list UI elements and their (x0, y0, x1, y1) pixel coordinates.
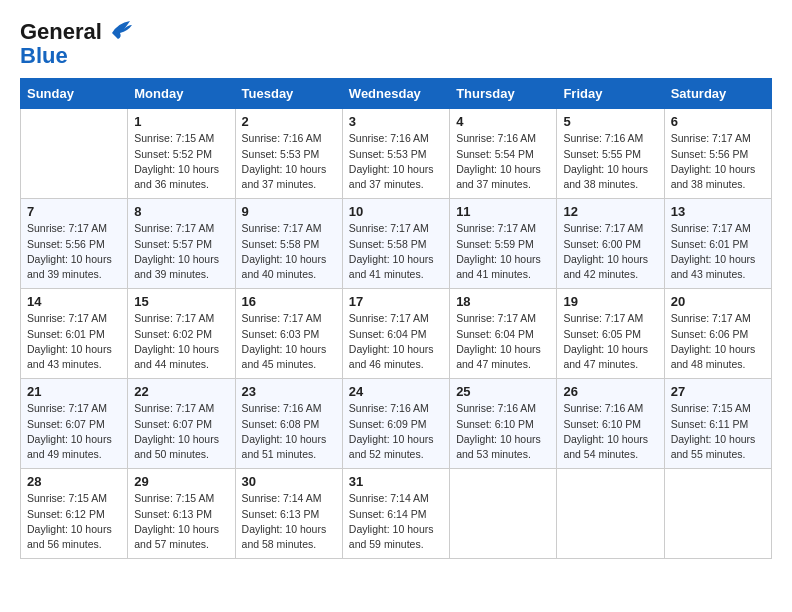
day-number: 4 (456, 114, 550, 129)
day-number: 31 (349, 474, 443, 489)
day-info: Sunrise: 7:17 AMSunset: 6:01 PMDaylight:… (27, 311, 121, 372)
calendar-cell: 14Sunrise: 7:17 AMSunset: 6:01 PMDayligh… (21, 289, 128, 379)
day-number: 21 (27, 384, 121, 399)
day-number: 1 (134, 114, 228, 129)
calendar-cell (557, 469, 664, 559)
day-info: Sunrise: 7:16 AMSunset: 5:53 PMDaylight:… (349, 131, 443, 192)
day-info: Sunrise: 7:17 AMSunset: 6:04 PMDaylight:… (456, 311, 550, 372)
day-number: 3 (349, 114, 443, 129)
day-info: Sunrise: 7:16 AMSunset: 5:53 PMDaylight:… (242, 131, 336, 192)
day-info: Sunrise: 7:16 AMSunset: 5:54 PMDaylight:… (456, 131, 550, 192)
calendar-cell: 20Sunrise: 7:17 AMSunset: 6:06 PMDayligh… (664, 289, 771, 379)
day-info: Sunrise: 7:15 AMSunset: 6:13 PMDaylight:… (134, 491, 228, 552)
day-info: Sunrise: 7:17 AMSunset: 5:58 PMDaylight:… (349, 221, 443, 282)
week-row-5: 28Sunrise: 7:15 AMSunset: 6:12 PMDayligh… (21, 469, 772, 559)
day-info: Sunrise: 7:17 AMSunset: 6:00 PMDaylight:… (563, 221, 657, 282)
calendar-cell: 27Sunrise: 7:15 AMSunset: 6:11 PMDayligh… (664, 379, 771, 469)
day-info: Sunrise: 7:17 AMSunset: 6:03 PMDaylight:… (242, 311, 336, 372)
day-number: 19 (563, 294, 657, 309)
day-info: Sunrise: 7:15 AMSunset: 6:12 PMDaylight:… (27, 491, 121, 552)
day-number: 20 (671, 294, 765, 309)
calendar-cell: 8Sunrise: 7:17 AMSunset: 5:57 PMDaylight… (128, 199, 235, 289)
calendar-cell: 17Sunrise: 7:17 AMSunset: 6:04 PMDayligh… (342, 289, 449, 379)
logo: GeneralBlue (20, 20, 136, 68)
header-cell-wednesday: Wednesday (342, 79, 449, 109)
day-number: 14 (27, 294, 121, 309)
day-number: 28 (27, 474, 121, 489)
day-number: 27 (671, 384, 765, 399)
calendar-cell: 16Sunrise: 7:17 AMSunset: 6:03 PMDayligh… (235, 289, 342, 379)
calendar-cell: 30Sunrise: 7:14 AMSunset: 6:13 PMDayligh… (235, 469, 342, 559)
calendar-cell: 24Sunrise: 7:16 AMSunset: 6:09 PMDayligh… (342, 379, 449, 469)
week-row-3: 14Sunrise: 7:17 AMSunset: 6:01 PMDayligh… (21, 289, 772, 379)
calendar-cell (664, 469, 771, 559)
calendar-cell (21, 109, 128, 199)
day-number: 8 (134, 204, 228, 219)
day-info: Sunrise: 7:17 AMSunset: 6:01 PMDaylight:… (671, 221, 765, 282)
week-row-2: 7Sunrise: 7:17 AMSunset: 5:56 PMDaylight… (21, 199, 772, 289)
calendar-cell: 26Sunrise: 7:16 AMSunset: 6:10 PMDayligh… (557, 379, 664, 469)
day-info: Sunrise: 7:17 AMSunset: 5:59 PMDaylight:… (456, 221, 550, 282)
header-cell-sunday: Sunday (21, 79, 128, 109)
day-number: 24 (349, 384, 443, 399)
calendar-cell: 9Sunrise: 7:17 AMSunset: 5:58 PMDaylight… (235, 199, 342, 289)
header-cell-monday: Monday (128, 79, 235, 109)
day-info: Sunrise: 7:17 AMSunset: 5:56 PMDaylight:… (27, 221, 121, 282)
calendar-cell: 12Sunrise: 7:17 AMSunset: 6:00 PMDayligh… (557, 199, 664, 289)
day-info: Sunrise: 7:17 AMSunset: 6:02 PMDaylight:… (134, 311, 228, 372)
header-cell-saturday: Saturday (664, 79, 771, 109)
calendar-cell: 11Sunrise: 7:17 AMSunset: 5:59 PMDayligh… (450, 199, 557, 289)
week-row-4: 21Sunrise: 7:17 AMSunset: 6:07 PMDayligh… (21, 379, 772, 469)
calendar-cell: 31Sunrise: 7:14 AMSunset: 6:14 PMDayligh… (342, 469, 449, 559)
day-number: 12 (563, 204, 657, 219)
calendar-table: SundayMondayTuesdayWednesdayThursdayFrid… (20, 78, 772, 559)
day-info: Sunrise: 7:15 AMSunset: 6:11 PMDaylight:… (671, 401, 765, 462)
day-number: 18 (456, 294, 550, 309)
header-cell-thursday: Thursday (450, 79, 557, 109)
day-number: 29 (134, 474, 228, 489)
day-info: Sunrise: 7:17 AMSunset: 6:07 PMDaylight:… (134, 401, 228, 462)
day-number: 10 (349, 204, 443, 219)
header-cell-friday: Friday (557, 79, 664, 109)
calendar-cell: 25Sunrise: 7:16 AMSunset: 6:10 PMDayligh… (450, 379, 557, 469)
day-info: Sunrise: 7:17 AMSunset: 6:06 PMDaylight:… (671, 311, 765, 372)
day-number: 23 (242, 384, 336, 399)
day-info: Sunrise: 7:16 AMSunset: 6:10 PMDaylight:… (456, 401, 550, 462)
day-number: 9 (242, 204, 336, 219)
header-cell-tuesday: Tuesday (235, 79, 342, 109)
day-info: Sunrise: 7:16 AMSunset: 6:10 PMDaylight:… (563, 401, 657, 462)
day-number: 11 (456, 204, 550, 219)
day-number: 25 (456, 384, 550, 399)
day-info: Sunrise: 7:16 AMSunset: 5:55 PMDaylight:… (563, 131, 657, 192)
day-number: 17 (349, 294, 443, 309)
day-info: Sunrise: 7:14 AMSunset: 6:13 PMDaylight:… (242, 491, 336, 552)
calendar-cell: 3Sunrise: 7:16 AMSunset: 5:53 PMDaylight… (342, 109, 449, 199)
day-info: Sunrise: 7:17 AMSunset: 5:57 PMDaylight:… (134, 221, 228, 282)
day-info: Sunrise: 7:15 AMSunset: 5:52 PMDaylight:… (134, 131, 228, 192)
day-number: 30 (242, 474, 336, 489)
logo-text: GeneralBlue (20, 20, 102, 68)
calendar-cell: 19Sunrise: 7:17 AMSunset: 6:05 PMDayligh… (557, 289, 664, 379)
calendar-cell: 2Sunrise: 7:16 AMSunset: 5:53 PMDaylight… (235, 109, 342, 199)
calendar-cell: 29Sunrise: 7:15 AMSunset: 6:13 PMDayligh… (128, 469, 235, 559)
calendar-cell: 18Sunrise: 7:17 AMSunset: 6:04 PMDayligh… (450, 289, 557, 379)
calendar-cell: 4Sunrise: 7:16 AMSunset: 5:54 PMDaylight… (450, 109, 557, 199)
day-info: Sunrise: 7:16 AMSunset: 6:08 PMDaylight:… (242, 401, 336, 462)
calendar-cell: 15Sunrise: 7:17 AMSunset: 6:02 PMDayligh… (128, 289, 235, 379)
day-info: Sunrise: 7:14 AMSunset: 6:14 PMDaylight:… (349, 491, 443, 552)
logo-bird-icon (104, 15, 136, 43)
day-info: Sunrise: 7:17 AMSunset: 5:56 PMDaylight:… (671, 131, 765, 192)
day-info: Sunrise: 7:17 AMSunset: 5:58 PMDaylight:… (242, 221, 336, 282)
day-info: Sunrise: 7:17 AMSunset: 6:04 PMDaylight:… (349, 311, 443, 372)
calendar-cell: 1Sunrise: 7:15 AMSunset: 5:52 PMDaylight… (128, 109, 235, 199)
day-number: 26 (563, 384, 657, 399)
day-number: 6 (671, 114, 765, 129)
calendar-cell: 28Sunrise: 7:15 AMSunset: 6:12 PMDayligh… (21, 469, 128, 559)
day-info: Sunrise: 7:17 AMSunset: 6:05 PMDaylight:… (563, 311, 657, 372)
day-number: 22 (134, 384, 228, 399)
header-row: SundayMondayTuesdayWednesdayThursdayFrid… (21, 79, 772, 109)
day-number: 16 (242, 294, 336, 309)
calendar-cell (450, 469, 557, 559)
day-number: 7 (27, 204, 121, 219)
week-row-1: 1Sunrise: 7:15 AMSunset: 5:52 PMDaylight… (21, 109, 772, 199)
